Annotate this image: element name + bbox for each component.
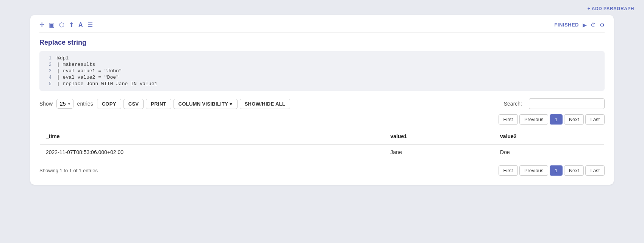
controls-row: Show 25 ▾ entries COPY CSV PRINT COLUMN … xyxy=(39,98,605,109)
card-toolbar: ✛ ▣ ⬡ ⬆ A ☰ FINISHED ▶ ⏱ ⚙ xyxy=(39,21,605,33)
col-header-time[interactable]: _time xyxy=(40,129,385,145)
print-button[interactable]: PRINT xyxy=(146,99,171,109)
entries-select-wrapper[interactable]: 25 ▾ xyxy=(56,99,73,109)
col-header-value2[interactable]: value2 xyxy=(494,129,604,145)
section-title: Replace string xyxy=(39,39,605,47)
last-button-top[interactable]: Last xyxy=(585,114,605,125)
clock-icon[interactable]: ⏱ xyxy=(591,22,596,28)
chevron-down-icon-col: ▾ xyxy=(230,101,232,107)
toolbar-right: FINISHED ▶ ⏱ ⚙ xyxy=(554,22,605,28)
csv-button[interactable]: CSV xyxy=(123,99,144,109)
code-line-1: 1 %dpl xyxy=(39,55,605,61)
first-button-top[interactable]: First xyxy=(499,114,518,125)
previous-button-bottom[interactable]: Previous xyxy=(519,165,549,176)
bottom-pagination: First Previous 1 Next Last xyxy=(499,165,605,176)
upload-icon[interactable]: ⬆ xyxy=(69,21,74,28)
next-button-bottom[interactable]: Next xyxy=(564,165,584,176)
column-visibility-button[interactable]: COLUMN VISIBILITY ▾ xyxy=(174,99,238,109)
gear-icon[interactable]: ⚙ xyxy=(600,22,605,28)
show-label: Show xyxy=(39,101,53,107)
code-line-3: 3 | eval value1 = "John" xyxy=(39,68,605,74)
action-buttons: COPY CSV PRINT COLUMN VISIBILITY ▾ SHOW/… xyxy=(97,99,290,109)
copy-button[interactable]: COPY xyxy=(97,99,121,109)
table-row: 2022-11-07T08:53:06.000+02:00 Jane Doe xyxy=(40,144,605,160)
data-table: _time value1 value2 2022-11-07T08:53:06.… xyxy=(39,128,605,160)
showing-label: Showing 1 to 1 of 1 entries xyxy=(39,168,98,173)
file-icon[interactable]: ▣ xyxy=(49,21,55,28)
next-button-top[interactable]: Next xyxy=(564,114,584,125)
cell-value2: Doe xyxy=(494,144,604,160)
cell-value1: Jane xyxy=(385,144,494,160)
table-footer: Showing 1 to 1 of 1 entries First Previo… xyxy=(39,165,605,176)
cell-time: 2022-11-07T08:53:06.000+02:00 xyxy=(40,144,385,160)
search-input[interactable] xyxy=(529,98,605,109)
toolbar-left: ✛ ▣ ⬡ ⬆ A ☰ xyxy=(39,21,93,28)
last-button-bottom[interactable]: Last xyxy=(585,165,605,176)
first-button-bottom[interactable]: First xyxy=(499,165,518,176)
entries-label: entries xyxy=(77,101,93,107)
list-icon[interactable]: ☰ xyxy=(88,21,93,28)
table-header-row: _time value1 value2 xyxy=(40,129,605,145)
chevron-down-icon: ▾ xyxy=(68,102,70,106)
code-line-2: 2 | makeresults xyxy=(39,61,605,68)
code-block: 1 %dpl 2 | makeresults 3 | eval value1 =… xyxy=(39,51,605,91)
top-pagination: First Previous 1 Next Last xyxy=(39,114,605,125)
col-header-value1[interactable]: value1 xyxy=(385,129,494,145)
search-label: Search: xyxy=(504,101,522,107)
play-icon[interactable]: ▶ xyxy=(583,22,587,28)
code-line-4: 4 | eval value2 = "Doe" xyxy=(39,74,605,81)
copy-icon[interactable]: ⬡ xyxy=(59,21,64,28)
add-paragraph-button[interactable]: + ADD PARAGRAPH xyxy=(588,6,634,11)
entries-value: 25 xyxy=(60,101,66,107)
main-card: ✛ ▣ ⬡ ⬆ A ☰ FINISHED ▶ ⏱ ⚙ Replace strin… xyxy=(30,15,614,185)
text-icon[interactable]: A xyxy=(78,22,83,28)
show-hide-all-button[interactable]: SHOW/HIDE ALL xyxy=(240,99,290,109)
previous-button-top[interactable]: Previous xyxy=(519,114,549,125)
page-1-button-top[interactable]: 1 xyxy=(550,114,562,125)
page-1-button-bottom[interactable]: 1 xyxy=(550,165,562,176)
code-line-5: 5 | replace John WITH Jane IN value1 xyxy=(39,81,605,87)
move-icon[interactable]: ✛ xyxy=(39,21,44,28)
finished-label: FINISHED xyxy=(554,22,579,28)
